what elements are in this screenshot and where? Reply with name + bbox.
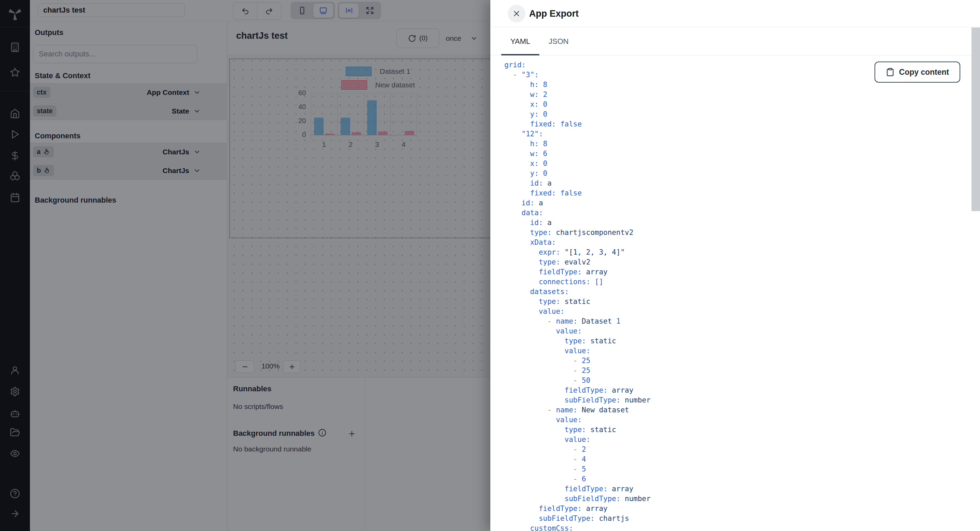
tab-json[interactable]: JSON xyxy=(539,27,578,54)
app-root: Outputs State & Context ctxApp Contextst… xyxy=(0,0,980,531)
drawer-header: App Export xyxy=(490,0,980,27)
close-button[interactable] xyxy=(508,5,525,22)
app-export-drawer: App Export YAMLJSON grid: - "3": h: 8 w:… xyxy=(490,0,980,531)
yaml-code-view[interactable]: grid: - "3": h: 8 w: 2 x: 0 y: 0 fixed: … xyxy=(490,55,960,531)
tab-yaml[interactable]: YAML xyxy=(501,27,539,55)
copy-content-button[interactable]: Copy content xyxy=(875,62,960,82)
close-icon xyxy=(512,9,521,18)
clipboard-icon xyxy=(886,68,894,76)
export-format-tabs: YAMLJSON xyxy=(490,27,980,55)
drawer-title: App Export xyxy=(529,0,579,27)
drawer-scrollbar-thumb[interactable] xyxy=(972,27,980,211)
copy-content-label: Copy content xyxy=(899,68,949,77)
